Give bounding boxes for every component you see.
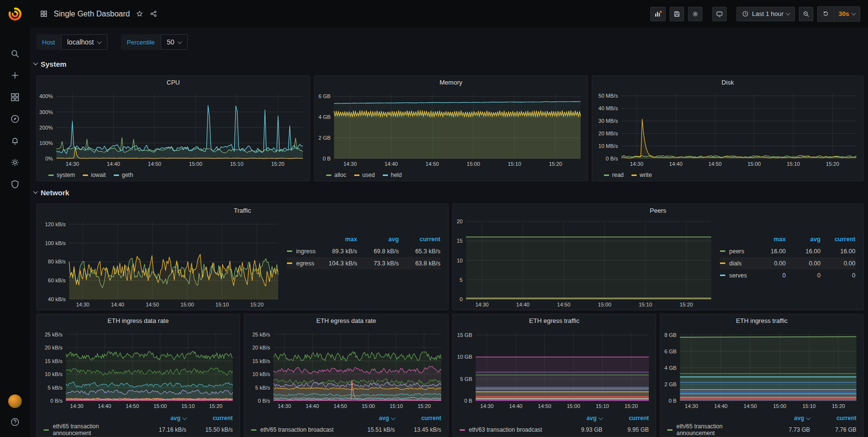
- svg-text:100%: 100%: [39, 140, 53, 146]
- variable-percentile-label[interactable]: Percentile: [121, 34, 161, 50]
- zoom-out-button[interactable]: [799, 7, 813, 21]
- series-swatch: [326, 175, 331, 176]
- panel-cpu-title[interactable]: CPU: [37, 76, 310, 88]
- eth-egress-rate-chart[interactable]: 0 B/s5 kB/s10 kB/s15 kB/s20 kB/s25 kB/s1…: [244, 327, 448, 411]
- legend-item-read[interactable]: read: [604, 172, 624, 178]
- svg-text:15:00: 15:00: [773, 403, 787, 409]
- legend-col-max[interactable]: max: [751, 236, 786, 243]
- add-panel-button[interactable]: [650, 7, 666, 21]
- svg-text:4 GB: 4 GB: [318, 114, 330, 120]
- sidebar: [0, 0, 30, 437]
- user-avatar[interactable]: [8, 394, 22, 408]
- chevron-down-icon: [786, 11, 791, 15]
- eth-ingress-rate-chart[interactable]: 0 B/s5 kB/s10 kB/s15 kB/s20 kB/s25 kB/s1…: [37, 327, 239, 411]
- legend-item-iowait[interactable]: iowait: [83, 172, 106, 178]
- eth-ingress-traffic-chart[interactable]: 0 B2 GB4 GB6 GB8 GB14:3014:4014:5015:001…: [660, 327, 863, 411]
- memory-chart[interactable]: 0 B2 GB4 GB6 GB14:3014:4014:5015:0015:10…: [314, 88, 587, 169]
- explore-compass-icon[interactable]: [9, 113, 21, 125]
- panel-eth-ingress-rate-title[interactable]: ETH ingress data rate: [37, 314, 239, 327]
- cpu-chart[interactable]: 0%100%200%300%400%14:3014:4014:5015:0015…: [37, 88, 310, 169]
- cycle-view-mode-button[interactable]: [712, 7, 727, 21]
- legend-sort-avg[interactable]: avg: [341, 415, 395, 422]
- legend-sort-avg[interactable]: avg: [756, 415, 810, 422]
- series-swatch: [287, 262, 292, 264]
- panel-disk-title[interactable]: Disk: [592, 76, 863, 88]
- section-row-network[interactable]: Network: [34, 189, 69, 197]
- svg-text:200%: 200%: [39, 125, 53, 131]
- legend-item-alloc[interactable]: alloc: [326, 172, 346, 178]
- refresh-button[interactable]: [818, 7, 834, 21]
- peers-chart[interactable]: 0510152014:3014:4014:5015:0015:1015:20: [453, 217, 718, 310]
- svg-text:5: 5: [460, 277, 463, 283]
- variable-host-label[interactable]: Host: [36, 34, 61, 50]
- panel-eth-ingress-traffic-title[interactable]: ETH ingress traffic: [660, 314, 863, 327]
- search-icon[interactable]: [9, 48, 21, 59]
- configuration-gear-icon[interactable]: [9, 157, 21, 168]
- alerting-bell-icon[interactable]: [9, 135, 21, 146]
- legend-col-current[interactable]: current: [399, 236, 440, 243]
- svg-text:30 MB/s: 30 MB/s: [599, 118, 618, 124]
- time-range-picker[interactable]: Last 1 hour: [736, 7, 795, 21]
- chevron-down-icon: [97, 39, 102, 44]
- panel-memory-title[interactable]: Memory: [314, 76, 587, 88]
- svg-text:0%: 0%: [45, 156, 53, 161]
- panel-eth-ingress-data-rate: ETH ingress data rate 0 B/s5 kB/s10 kB/s…: [36, 314, 240, 437]
- share-icon[interactable]: [150, 10, 158, 18]
- legend-item-geth[interactable]: geth: [114, 172, 133, 178]
- svg-text:0 B: 0 B: [323, 156, 331, 161]
- disk-chart[interactable]: 0 B/s10 MB/s20 MB/s30 MB/s40 MB/s50 MB/s…: [592, 88, 863, 169]
- svg-text:14:50: 14:50: [148, 161, 162, 167]
- svg-text:10 kB/s: 10 kB/s: [253, 371, 270, 377]
- legend-item-used[interactable]: used: [354, 172, 375, 178]
- svg-text:14:30: 14:30: [630, 161, 644, 167]
- svg-text:14:30: 14:30: [685, 403, 698, 409]
- dashboard-settings-button[interactable]: [688, 7, 703, 21]
- panel-eth-egress-rate-title[interactable]: ETH egress data rate: [244, 314, 448, 327]
- svg-text:14:30: 14:30: [480, 403, 494, 409]
- section-row-system[interactable]: System: [34, 60, 66, 68]
- refresh-interval-picker[interactable]: 30s: [834, 7, 860, 21]
- legend-sort-current[interactable]: current: [602, 415, 649, 422]
- legend-sort-current[interactable]: current: [395, 415, 441, 422]
- help-icon[interactable]: [10, 417, 20, 429]
- svg-text:14:30: 14:30: [66, 161, 79, 167]
- eth-egress-traffic-chart[interactable]: 0 B5 GB10 GB15 GB14:3014:4014:5015:0015:…: [453, 327, 656, 411]
- legend-item-system[interactable]: system: [48, 172, 75, 178]
- legend-col-avg[interactable]: avg: [357, 236, 399, 243]
- legend-col-avg[interactable]: avg: [786, 236, 821, 243]
- panel-traffic-title[interactable]: Traffic: [37, 204, 448, 217]
- legend-sort-current[interactable]: current: [810, 415, 856, 422]
- variable-percentile-value[interactable]: 50: [161, 34, 188, 50]
- svg-text:15:20: 15:20: [549, 161, 562, 167]
- dashboards-icon[interactable]: [9, 91, 21, 103]
- legend-sort-avg[interactable]: avg: [132, 415, 186, 422]
- svg-text:25 kB/s: 25 kB/s: [45, 332, 63, 337]
- dashboard-title[interactable]: Single Geth Dasboard: [54, 10, 130, 18]
- save-dashboard-button[interactable]: [670, 7, 684, 21]
- chevron-down-icon: [33, 189, 38, 194]
- legend-item-held[interactable]: held: [383, 172, 402, 178]
- svg-text:10 MB/s: 10 MB/s: [599, 143, 618, 149]
- grafana-logo[interactable]: [0, 0, 30, 28]
- svg-text:2 GB: 2 GB: [664, 381, 676, 387]
- traffic-chart[interactable]: 40 kB/s60 kB/s80 kB/s100 kB/s120 kB/s14:…: [37, 217, 285, 310]
- svg-text:14:50: 14:50: [426, 161, 439, 167]
- server-admin-shield-icon[interactable]: [9, 178, 21, 190]
- legend-col-max[interactable]: max: [315, 236, 357, 243]
- panel-peers-title[interactable]: Peers: [453, 204, 863, 217]
- svg-text:100 kB/s: 100 kB/s: [45, 240, 66, 246]
- panel-eth-egress-traffic-title[interactable]: ETH egress traffic: [453, 314, 656, 327]
- eth-egress-traffic-legend: avg current eth/63 transaction broadcast…: [453, 411, 656, 437]
- variable-host: Host localhost: [36, 34, 107, 50]
- legend-sort-current[interactable]: current: [186, 415, 233, 422]
- svg-text:14:40: 14:40: [714, 403, 728, 409]
- svg-text:15:20: 15:20: [250, 302, 264, 307]
- variable-host-value[interactable]: localhost: [61, 34, 107, 50]
- legend-sort-avg[interactable]: avg: [548, 415, 602, 422]
- legend-row: eth/65 transaction broadcast 15.51 kB/s …: [251, 424, 441, 436]
- legend-col-current[interactable]: current: [821, 236, 855, 243]
- add-icon[interactable]: [9, 70, 21, 81]
- svg-text:2 GB: 2 GB: [318, 135, 330, 141]
- star-icon[interactable]: [135, 10, 144, 18]
- legend-item-write[interactable]: write: [631, 172, 652, 178]
